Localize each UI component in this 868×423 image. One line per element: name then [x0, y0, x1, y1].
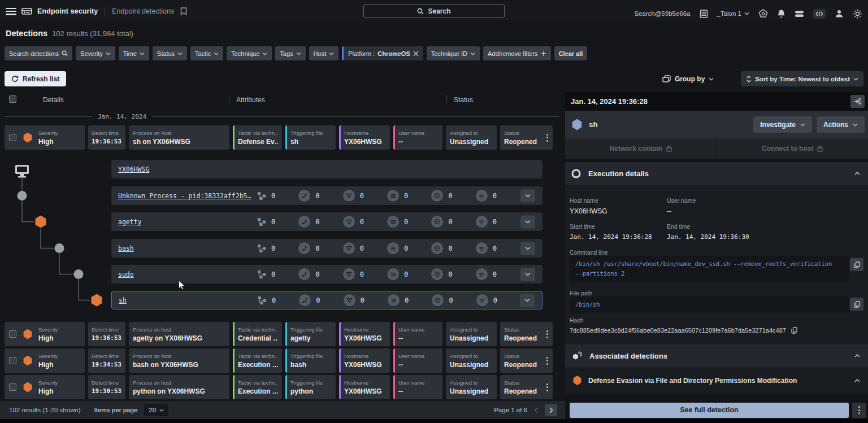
filter-time[interactable]: Time [119, 46, 149, 60]
sort-by-dropdown[interactable]: Sort by Time: Newest to oldest [741, 71, 863, 86]
username-cell: User name-- [393, 348, 442, 373]
chevron-up-icon[interactable] [854, 354, 860, 357]
clear-all-button[interactable]: Clear all [554, 46, 588, 60]
detection-row[interactable]: SeverityHigh Detect time19:30:53 Process… [5, 375, 553, 399]
filter-technique-id[interactable]: Technique ID [427, 46, 480, 60]
refresh-list-button[interactable]: Refresh list [5, 71, 66, 86]
process-tree: YX06HWSG Unknown Process - pid:38332aff2… [0, 155, 565, 318]
network-contain-button[interactable]: Network contain [565, 138, 717, 159]
tenant-selector[interactable]: _Talon 1 [717, 10, 749, 17]
add-remove-filters-button[interactable]: Add/remove filters [483, 46, 551, 60]
copy-hash-icon[interactable] [791, 327, 797, 334]
global-search-input[interactable]: Search [363, 5, 505, 18]
chevron-up-icon[interactable] [854, 379, 860, 382]
detection-row[interactable]: SeverityHigh Detect time19:34:53 Process… [5, 348, 553, 373]
process-link[interactable]: Unknown Process - pid:38332aff2b5… [118, 192, 251, 200]
process-link[interactable]: bash [118, 245, 134, 252]
host-link[interactable]: YX06HWSG [118, 165, 149, 173]
filter-tactic[interactable]: Tactic [190, 46, 223, 60]
code-console-icon[interactable] [813, 9, 826, 19]
tree-process-row[interactable]: bash 0 0 0 0 0 0 [111, 239, 542, 258]
refresh-icon [11, 75, 19, 82]
associated-detections-header[interactable]: Associated detections [565, 344, 868, 367]
prev-page-button[interactable] [534, 407, 538, 413]
user-profile-icon[interactable] [835, 9, 844, 18]
tree-process-row[interactable]: sudo 0 0 0 0 0 0 [111, 265, 542, 284]
execution-details-header[interactable]: Execution details [565, 162, 868, 185]
filter-host[interactable]: Host [309, 46, 339, 60]
process-link[interactable]: sh [119, 296, 127, 304]
group-by-dropdown[interactable]: Group by [662, 71, 714, 86]
severity-hexagon-icon [23, 382, 32, 393]
copy-path-icon[interactable] [850, 298, 863, 311]
hamburger-menu-icon[interactable] [6, 8, 16, 15]
tree-process-row[interactable]: agetty 0 0 0 0 0 0 [111, 212, 542, 231]
tree-node-hexagon [92, 294, 102, 307]
expand-row-chevron[interactable] [520, 268, 535, 281]
process-link[interactable]: sudo [118, 271, 134, 278]
copy-command-icon[interactable] [850, 258, 863, 271]
see-full-detection-button[interactable]: See full detection [570, 403, 849, 418]
app-screen: Endpoint security Endpoint detections Se… [0, 0, 868, 419]
row-checkbox[interactable] [9, 134, 16, 141]
expand-row-chevron[interactable] [520, 215, 535, 228]
next-page-button[interactable] [545, 404, 557, 416]
tree-host-row[interactable]: YX06HWSG [111, 160, 542, 178]
column-separator [446, 95, 447, 103]
tree-node-circle [18, 191, 27, 200]
detection-row[interactable]: SeverityHigh Detect time19:36:53 Process… [5, 125, 553, 150]
notifications-bell-icon[interactable] [777, 9, 785, 18]
applied-filter-platform[interactable]: Platform :ChromeOS [342, 46, 423, 60]
associated-detection-item[interactable]: Defense Evasion via File and Directory P… [565, 367, 868, 394]
row-checkbox[interactable] [9, 357, 16, 364]
select-all-checkbox[interactable] [9, 95, 16, 103]
search-detections-filter[interactable]: Search detections [5, 46, 72, 60]
badge-icon[interactable] [758, 9, 768, 19]
connections-icon [298, 190, 310, 202]
theme-toggle-sun-icon[interactable] [853, 9, 862, 19]
detection-row[interactable]: SeverityHigh Detect time19:36:53 Process… [5, 322, 553, 346]
tree-process-row[interactable]: Unknown Process - pid:38332aff2b5… 0 0 0… [111, 186, 542, 205]
investigate-button[interactable]: Investigate [753, 116, 812, 133]
connect-to-host-button[interactable]: Connect to host [717, 138, 868, 159]
filter-technique[interactable]: Technique [227, 46, 272, 60]
filter-status[interactable]: Status [153, 46, 187, 60]
row-menu-kebab[interactable] [545, 382, 549, 393]
status-cell: StatusReopened [500, 375, 553, 399]
panel-menu-kebab[interactable] [852, 403, 866, 418]
panel-process-header: sh Investigate Actions [565, 111, 868, 138]
username-cell: User name-- [393, 375, 442, 399]
mouse-cursor [178, 280, 186, 290]
triggering-file-cell: Triggering fileagetty [285, 322, 336, 346]
network-wifi-icon [476, 268, 488, 280]
file-path-label: File path [570, 290, 592, 296]
severity-cell: SeverityHigh [5, 375, 85, 399]
expand-row-chevron[interactable] [520, 294, 535, 307]
process-link[interactable]: agetty [118, 218, 142, 226]
connections-icon [298, 216, 310, 228]
expand-row-chevron[interactable] [520, 242, 535, 255]
plus-icon [541, 51, 546, 56]
row-checkbox[interactable] [9, 330, 16, 338]
expand-row-chevron[interactable] [520, 189, 535, 202]
end-time-label: End time [667, 223, 858, 230]
username-cell: User name-- [393, 125, 442, 150]
items-per-page-select[interactable]: 20 [144, 404, 168, 416]
row-menu-kebab[interactable] [545, 356, 549, 366]
row-checkbox[interactable] [9, 383, 16, 391]
tree-process-row-selected[interactable]: sh 0 0 0 0 0 0 [111, 291, 542, 309]
hash-label: Hash [570, 317, 584, 324]
filter-tags[interactable]: Tags [275, 46, 305, 60]
page-title: Endpoint detections [112, 7, 174, 15]
collapse-panel-icon[interactable] [850, 95, 865, 108]
chevron-up-icon[interactable] [854, 172, 860, 175]
bookmark-icon[interactable] [180, 7, 187, 15]
severity-hexagon-icon [23, 329, 32, 339]
row-menu-kebab[interactable] [545, 329, 549, 339]
filter-severity[interactable]: Severity [76, 46, 115, 60]
row-menu-kebab[interactable] [545, 133, 549, 143]
column-details: Details [43, 96, 64, 104]
data-source-icon[interactable] [700, 10, 708, 18]
messages-icon[interactable] [795, 10, 804, 18]
actions-button[interactable]: Actions [817, 116, 865, 133]
